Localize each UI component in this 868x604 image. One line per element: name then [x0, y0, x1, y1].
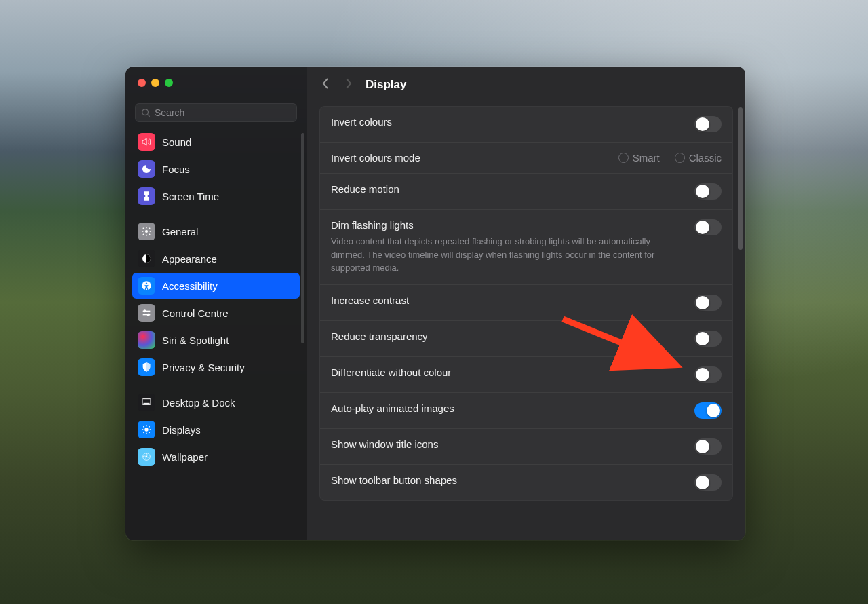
- content-scrollbar[interactable]: [738, 107, 743, 250]
- accessibility-icon: [138, 277, 155, 295]
- setting-row-auto-play-animated: Auto-play animated images: [320, 393, 732, 429]
- setting-label: Invert colours: [331, 116, 681, 128]
- sidebar-item-sound[interactable]: Sound: [132, 129, 300, 155]
- desktop-dock-icon: [138, 394, 155, 411]
- radio-label: Classic: [689, 152, 722, 164]
- page-title: Display: [366, 78, 406, 92]
- sidebar-item-appearance[interactable]: Appearance: [132, 246, 300, 271]
- setting-label: Invert colours mode: [331, 152, 605, 164]
- privacy-icon: [138, 358, 155, 376]
- fullscreen-window-button[interactable]: [165, 79, 173, 87]
- sidebar-scrollbar[interactable]: [301, 133, 304, 343]
- settings-group: Invert colours Invert colours mode Smart…: [319, 106, 733, 501]
- setting-row-invert-colours: Invert colours: [320, 107, 732, 143]
- toolbar: Display: [307, 67, 745, 100]
- svg-point-12: [144, 428, 148, 431]
- svg-point-7: [144, 310, 146, 312]
- svg-rect-11: [144, 403, 149, 404]
- invert-mode-radio-group: Smart Classic: [618, 152, 722, 164]
- sidebar-item-label: Privacy & Security: [162, 362, 245, 373]
- invert-mode-classic-radio[interactable]: Classic: [675, 152, 722, 164]
- sidebar-item-control-centre[interactable]: Control Centre: [132, 300, 300, 326]
- sidebar-item-label: Control Centre: [162, 307, 229, 319]
- sound-icon: [138, 133, 155, 151]
- sidebar-item-siri-spotlight[interactable]: Siri & Spotlight: [132, 327, 300, 353]
- sidebar-item-label: Wallpaper: [162, 451, 208, 463]
- screen-time-icon: [138, 187, 155, 205]
- show-toolbar-button-shapes-toggle[interactable]: [694, 474, 722, 491]
- siri-icon: [138, 331, 155, 349]
- search-icon: [141, 108, 151, 117]
- invert-mode-smart-radio[interactable]: Smart: [618, 152, 660, 164]
- content-pane: Display Invert colours Invert colours mo…: [307, 67, 745, 540]
- reduce-motion-toggle[interactable]: [694, 183, 722, 200]
- setting-label: Auto-play animated images: [331, 402, 681, 414]
- sidebar-item-privacy-security[interactable]: Privacy & Security: [132, 354, 300, 380]
- system-settings-window: Sound Focus Screen Time General Appearan…: [125, 67, 745, 540]
- general-icon: [138, 223, 155, 240]
- sidebar-item-wallpaper[interactable]: Wallpaper: [132, 444, 300, 470]
- nav-forward-button[interactable]: [344, 77, 353, 92]
- sidebar-item-label: Accessibility: [162, 280, 218, 292]
- svg-point-0: [142, 109, 149, 115]
- differentiate-without-colour-toggle[interactable]: [694, 366, 722, 383]
- setting-row-increase-contrast: Increase contrast: [320, 285, 732, 321]
- auto-play-animated-toggle[interactable]: [694, 402, 722, 419]
- setting-row-show-toolbar-button-shapes: Show toolbar button shapes: [320, 465, 732, 500]
- sidebar: Sound Focus Screen Time General Appearan…: [125, 67, 307, 540]
- sidebar-item-label: Appearance: [162, 253, 217, 265]
- setting-label: Reduce motion: [331, 183, 681, 195]
- setting-row-reduce-transparency: Reduce transparency: [320, 321, 732, 357]
- setting-description: Video content that depicts repeated flas…: [331, 235, 681, 275]
- increase-contrast-toggle[interactable]: [694, 295, 722, 311]
- setting-label: Show toolbar button shapes: [331, 474, 681, 486]
- displays-icon: [138, 421, 155, 438]
- setting-label: Reduce transparency: [331, 331, 681, 342]
- svg-line-1: [148, 115, 150, 117]
- sidebar-item-label: Sound: [162, 136, 191, 148]
- sidebar-item-label: Displays: [162, 424, 201, 436]
- setting-row-reduce-motion: Reduce motion: [320, 174, 732, 210]
- sidebar-item-label: Focus: [162, 164, 190, 175]
- svg-point-9: [147, 314, 149, 316]
- setting-label: Increase contrast: [331, 295, 681, 306]
- sidebar-item-displays[interactable]: Displays: [132, 417, 300, 442]
- setting-row-show-window-title-icons: Show window title icons: [320, 429, 732, 465]
- invert-colours-toggle[interactable]: [694, 116, 722, 132]
- setting-row-invert-colours-mode: Invert colours mode Smart Classic: [320, 143, 732, 174]
- sidebar-list[interactable]: Sound Focus Screen Time General Appearan…: [125, 129, 307, 540]
- sidebar-item-label: Screen Time: [162, 191, 219, 202]
- search-input[interactable]: [155, 107, 291, 118]
- sidebar-item-label: Siri & Spotlight: [162, 335, 229, 346]
- wallpaper-icon: [138, 448, 155, 466]
- setting-label: Differentiate without colour: [331, 366, 681, 378]
- search-field[interactable]: [135, 103, 297, 122]
- sidebar-item-label: General: [162, 226, 198, 238]
- focus-icon: [138, 160, 155, 178]
- window-controls: [125, 67, 307, 98]
- setting-row-differentiate-without-colour: Differentiate without colour: [320, 357, 732, 393]
- setting-label: Show window title icons: [331, 438, 681, 450]
- sidebar-item-focus[interactable]: Focus: [132, 156, 300, 182]
- settings-scroll-area[interactable]: Invert colours Invert colours mode Smart…: [307, 100, 745, 540]
- appearance-icon: [138, 250, 155, 267]
- reduce-transparency-toggle[interactable]: [694, 331, 722, 347]
- setting-row-dim-flashing: Dim flashing lights Video content that d…: [320, 210, 732, 285]
- sidebar-item-general[interactable]: General: [132, 219, 300, 244]
- dim-flashing-toggle[interactable]: [694, 219, 722, 235]
- svg-point-2: [145, 230, 148, 233]
- control-centre-icon: [138, 304, 155, 322]
- radio-label: Smart: [633, 152, 660, 164]
- close-window-button[interactable]: [138, 79, 146, 87]
- show-window-title-icons-toggle[interactable]: [694, 438, 722, 455]
- sidebar-item-label: Desktop & Dock: [162, 397, 235, 409]
- sidebar-item-screen-time[interactable]: Screen Time: [132, 183, 300, 209]
- minimize-window-button[interactable]: [151, 79, 159, 87]
- svg-point-5: [146, 282, 147, 284]
- sidebar-item-accessibility[interactable]: Accessibility: [132, 273, 300, 299]
- nav-back-button[interactable]: [321, 77, 330, 92]
- sidebar-item-desktop-dock[interactable]: Desktop & Dock: [132, 390, 300, 415]
- setting-label: Dim flashing lights: [331, 219, 681, 231]
